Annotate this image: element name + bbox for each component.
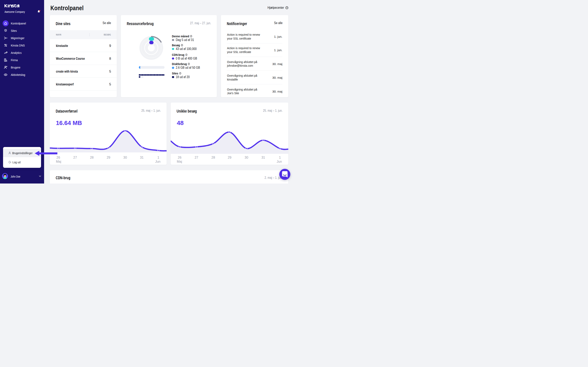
svg-text:?: ?	[182, 44, 182, 46]
svg-text:?: ?	[286, 7, 287, 9]
svg-text:?: ?	[189, 63, 189, 65]
svg-text:?: ?	[186, 54, 187, 55]
svg-text:?: ?	[191, 35, 192, 37]
svg-text:?: ?	[180, 72, 181, 74]
